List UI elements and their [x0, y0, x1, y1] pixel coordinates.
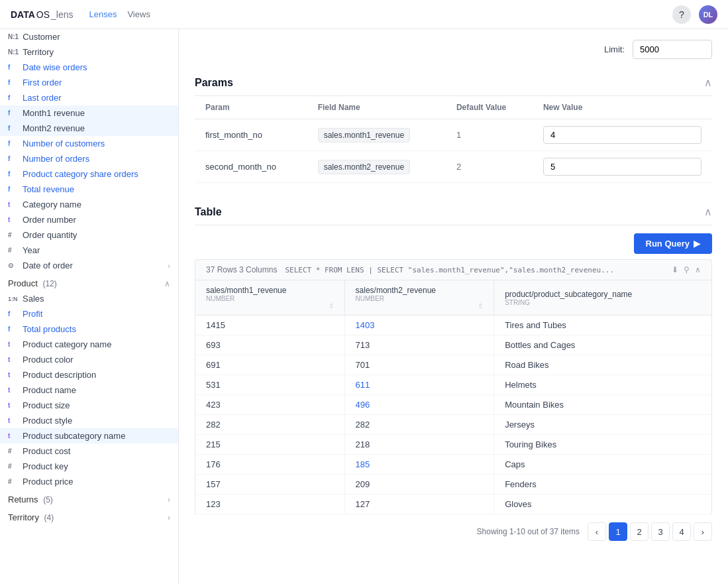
run-query-label: Run Query: [646, 239, 690, 249]
sidebar-item-datewise[interactable]: f Date wise orders: [0, 60, 178, 75]
nav-views[interactable]: Views: [127, 9, 150, 19]
pagination-prev[interactable]: ‹: [588, 522, 606, 541]
sidebar-item-customer[interactable]: N:1 Customer: [0, 29, 178, 44]
default-value-2: 2: [456, 162, 461, 172]
sidebar: N:1 Customer N:1 Territory f Date wise o…: [0, 29, 179, 584]
col1-name: sales/month1_revenue: [206, 286, 286, 295]
sidebar-section-territory[interactable]: Territory (4) ›: [0, 507, 178, 525]
table-row: 282 282 Jerseys: [195, 415, 712, 435]
pagination-page-4[interactable]: 4: [672, 522, 691, 541]
sidebar-label-prodcatname: Product category name: [23, 339, 111, 349]
sidebar-item-prodsubcatname[interactable]: t Product subcategory name: [0, 428, 178, 443]
download-icon[interactable]: ⬇: [672, 265, 678, 274]
params-section-header: Params ∧: [195, 70, 712, 96]
table-row: 531 611 Helmets: [195, 375, 712, 395]
pagination-next[interactable]: ›: [694, 522, 712, 541]
sidebar-label-prodstyle: Product style: [23, 416, 72, 426]
cell-col1-8: 157: [195, 475, 345, 495]
sidebar-item-lastorder[interactable]: f Last order: [0, 90, 178, 105]
sidebar-item-prodcolor[interactable]: t Product color: [0, 352, 178, 367]
sidebar-item-prodcost[interactable]: # Product cost: [0, 443, 178, 459]
avatar[interactable]: DL: [699, 5, 717, 24]
sidebar-item-month2[interactable]: f Month2 revenue: [0, 121, 178, 136]
cell-col3-7: Caps: [494, 455, 712, 475]
col1-type: NUMBER: [206, 295, 334, 302]
sidebar-item-month1[interactable]: f Month1 revenue: [0, 105, 178, 121]
sidebar-item-numcustomers[interactable]: f Number of customers: [0, 136, 178, 151]
sidebar-label-prodsubcatname: Product subcategory name: [23, 431, 125, 441]
sidebar-item-year[interactable]: # Year: [0, 243, 178, 258]
sidebar-item-proddesc[interactable]: t Product description: [0, 367, 178, 382]
sidebar-item-numorders[interactable]: f Number of orders: [0, 151, 178, 166]
logo-lens-text: _lens: [51, 9, 73, 20]
col3-name: product/product_subcategory_name: [505, 290, 632, 299]
params-toggle[interactable]: ∧: [704, 76, 712, 89]
new-value-input-1[interactable]: [543, 126, 702, 144]
collapse-icon[interactable]: ∧: [695, 265, 701, 274]
sidebar-item-prodcatname[interactable]: t Product category name: [0, 337, 178, 352]
sidebar-item-dateoforder[interactable]: ⊙ Date of order ›: [0, 258, 178, 273]
sidebar-item-totalproducts[interactable]: f Total products: [0, 321, 178, 337]
sidebar-item-prodprice[interactable]: # Product price: [0, 474, 178, 489]
col3-type: STRING: [505, 299, 701, 306]
sidebar-returns-title: Returns: [8, 495, 38, 504]
col1-sort[interactable]: ⇕: [329, 302, 334, 310]
sidebar-item-prodname[interactable]: t Product name: [0, 382, 178, 398]
nav-lenses[interactable]: Lenses: [89, 9, 117, 19]
sidebar-item-totalrev[interactable]: f Total revenue: [0, 182, 178, 197]
new-value-input-2[interactable]: [543, 158, 702, 176]
cell-col2-6: 218: [344, 435, 494, 455]
pagination-page-2[interactable]: 2: [630, 522, 649, 541]
sidebar-item-catname[interactable]: t Category name: [0, 197, 178, 212]
col2-name: sales/month2_revenue: [356, 286, 436, 295]
sidebar-item-prodkey[interactable]: # Product key: [0, 459, 178, 474]
pagination-page-3[interactable]: 3: [651, 522, 670, 541]
table-meta-rows: 37 Rows 3 Columns: [206, 265, 277, 274]
sidebar-territory-count: (4): [44, 513, 54, 522]
type-t-proddesc: t: [8, 371, 19, 379]
params-col-newvalue: New Value: [533, 96, 712, 119]
col2-type: NUMBER: [356, 295, 484, 302]
sidebar-item-orderqty[interactable]: # Order quantity: [0, 227, 178, 243]
sidebar-item-firstorder[interactable]: f First order: [0, 75, 178, 90]
sidebar-item-prodsize[interactable]: t Product size: [0, 398, 178, 413]
sidebar-item-prodstyle[interactable]: t Product style: [0, 413, 178, 428]
type-t-prodcatname: t: [8, 341, 19, 348]
sidebar-label-firstorder: First order: [23, 78, 62, 88]
type-t-catname: t: [8, 201, 19, 208]
type-t-prodstyle: t: [8, 417, 19, 424]
sidebar-section-product[interactable]: Product (12) ∧: [0, 273, 178, 291]
sidebar-label-datewise: Date wise orders: [23, 62, 87, 72]
col2-sort[interactable]: ⇕: [478, 302, 483, 310]
sidebar-item-territory[interactable]: N:1 Territory: [0, 44, 178, 60]
sidebar-item-ordernum[interactable]: t Order number: [0, 212, 178, 227]
type-f-numord: f: [8, 155, 19, 162]
type-f-month1: f: [8, 109, 19, 117]
sidebar-item-profit[interactable]: f Profit: [0, 306, 178, 321]
share-icon[interactable]: ⚲: [684, 265, 690, 274]
cell-col2-5: 282: [344, 415, 494, 435]
cell-col1-6: 215: [195, 435, 345, 455]
table-row: 693 713 Bottles and Cages: [195, 335, 712, 355]
sidebar-section-returns[interactable]: Returns (5) ›: [0, 489, 178, 507]
cell-col3-5: Jerseys: [494, 415, 712, 435]
sidebar-item-catshare[interactable]: f Product category share orders: [0, 166, 178, 182]
help-icon[interactable]: ?: [672, 5, 691, 24]
sidebar-returns-count: (5): [43, 495, 53, 504]
table-meta-query: SELECT * FROM LENS | SELECT "sales.month…: [285, 266, 664, 274]
limit-label: Limit:: [604, 44, 625, 54]
type-f-profit: f: [8, 310, 19, 318]
sidebar-label-numcustomers: Number of customers: [23, 139, 105, 148]
limit-input[interactable]: [633, 40, 712, 59]
sidebar-label-prodname: Product name: [23, 385, 76, 395]
params-section: Params ∧ Param Field Name Default Value …: [195, 70, 712, 183]
table-meta-bar: 37 Rows 3 Columns SELECT * FROM LENS | S…: [195, 259, 712, 280]
main-content: Limit: Params ∧ Param Field Name Default…: [179, 29, 728, 584]
cell-col2-8: 209: [344, 475, 494, 495]
run-query-button[interactable]: Run Query ▶: [634, 233, 712, 254]
pagination-page-1[interactable]: 1: [609, 522, 627, 541]
sidebar-item-sales[interactable]: 1:N Sales: [0, 291, 178, 306]
cell-col2-7: 185: [344, 455, 494, 475]
table-toggle[interactable]: ∧: [704, 205, 712, 218]
params-col-param: Param: [195, 96, 307, 119]
